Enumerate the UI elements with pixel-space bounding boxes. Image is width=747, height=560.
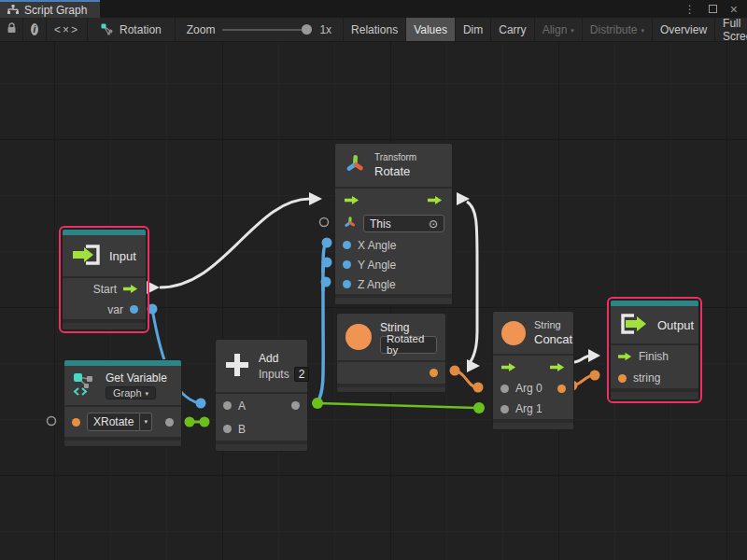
flow-out-port[interactable]	[428, 195, 443, 205]
zoom-slider[interactable]	[222, 29, 312, 31]
port-row-var: var	[63, 300, 146, 319]
node-header: Transform Rotate	[335, 144, 452, 187]
node-title: Input	[109, 249, 136, 263]
node-header: String Concat	[493, 312, 573, 354]
flow-in-port[interactable]	[345, 195, 359, 205]
zoom-control: Zoom 1x	[176, 18, 344, 41]
input-bracket-icon	[71, 244, 101, 269]
variable-name-field[interactable]: XRotate	[87, 413, 140, 431]
node-add[interactable]: Add Inputs 2 A B	[215, 339, 308, 452]
window-controls: ⋮ ×	[684, 0, 747, 18]
node-group: String	[534, 319, 572, 330]
dim-button[interactable]: Dim	[456, 18, 491, 41]
value-in-port[interactable]	[343, 280, 351, 288]
chevron-down-icon: ▾	[146, 390, 149, 398]
variable-scope-dropdown[interactable]: Graph ▾	[106, 386, 156, 399]
value-in-port[interactable]	[343, 241, 351, 249]
flow-out-port[interactable]	[550, 362, 565, 372]
port-row-this: This ⊙	[335, 212, 452, 235]
port-row-b: B	[216, 417, 307, 441]
script-graph-window: Script Graph ⋮ × i <×> Rotation Zoom	[0, 0, 747, 560]
full-screen-button[interactable]: Full Screen	[715, 18, 747, 41]
string-type-icon	[345, 324, 372, 350]
port-row-arg1: Arg 1	[493, 399, 573, 419]
zoom-label: Zoom	[187, 23, 216, 36]
value-in-port[interactable]	[343, 260, 351, 269]
flow-row	[335, 189, 452, 212]
lock-button[interactable]	[0, 18, 23, 41]
node-header: Input	[63, 235, 146, 276]
code-icon: <×>	[54, 23, 79, 36]
port-row-z-angle: Z Angle	[335, 274, 452, 294]
port-row-x-angle: X Angle	[335, 235, 452, 255]
flow-in-port[interactable]	[501, 362, 516, 372]
value-in-port[interactable]	[72, 418, 80, 427]
port-row-arg0: Arg 0	[493, 378, 573, 399]
info-icon: i	[31, 23, 38, 35]
values-button[interactable]: Values	[406, 18, 456, 41]
value-out-port[interactable]	[557, 385, 566, 393]
maximize-button[interactable]	[709, 5, 717, 13]
this-object-field[interactable]: This ⊙	[363, 215, 444, 232]
transform-icon	[344, 153, 366, 178]
port-row-y-angle: Y Angle	[335, 255, 452, 274]
value-out-port[interactable]	[165, 418, 174, 427]
node-title: Output	[657, 318, 694, 332]
node-group: Transform	[374, 152, 416, 162]
node-concat[interactable]: String Concat Arg 0 Arg 1	[492, 311, 574, 430]
value-in-port[interactable]	[223, 401, 232, 410]
output-bracket-icon	[619, 313, 649, 338]
string-type-icon	[501, 321, 526, 345]
overview-button[interactable]: Overview	[653, 18, 715, 41]
node-rotate[interactable]: Transform Rotate This ⊙ X Angle	[334, 143, 453, 305]
transform-mini-icon	[343, 216, 357, 232]
value-in-port[interactable]	[500, 405, 509, 413]
object-picker-icon[interactable]: ⊙	[429, 217, 438, 231]
node-output[interactable]: Output Finish string	[610, 300, 699, 400]
value-out-port[interactable]	[291, 401, 300, 410]
graph-hierarchy-icon	[7, 5, 19, 15]
node-header: String Rotated by	[337, 314, 445, 360]
close-button[interactable]: ×	[730, 2, 738, 17]
node-header: Add Inputs 2	[216, 340, 307, 392]
inputs-count-field[interactable]: 2	[294, 367, 310, 382]
flow-out-port[interactable]	[123, 284, 138, 294]
node-footer	[64, 439, 181, 446]
carry-button[interactable]: Carry	[491, 18, 534, 41]
inspect-button[interactable]: i	[23, 18, 47, 41]
value-in-port[interactable]	[500, 385, 509, 393]
align-dropdown[interactable]: Align ▾	[535, 18, 583, 41]
value-out-port[interactable]	[430, 369, 438, 377]
port-row-start: Start	[63, 278, 146, 300]
variable-name-caret[interactable]: ▾	[140, 413, 152, 431]
value-out-port[interactable]	[130, 305, 138, 314]
node-title: Get Variable	[106, 371, 167, 385]
more-menu-button[interactable]: ⋮	[684, 3, 696, 16]
node-get-variable[interactable]: Get Variable Graph ▾ XRotate ▾	[63, 359, 182, 447]
node-input[interactable]: Input Start var	[62, 229, 147, 330]
chevron-down-icon: ▾	[571, 27, 574, 35]
node-title: Add	[259, 352, 309, 365]
port-row-string: string	[611, 368, 698, 388]
node-footer	[493, 421, 573, 429]
inputs-label: Inputs	[259, 368, 289, 381]
zoom-slider-handle[interactable]	[302, 24, 312, 35]
string-value-field[interactable]: Rotated by	[380, 336, 437, 354]
chevron-down-icon: ▾	[641, 27, 645, 35]
graph-toolbar: i <×> Rotation Zoom 1x Relations Values …	[0, 18, 747, 42]
node-header: Get Variable Graph ▾	[64, 366, 181, 405]
flow-in-port[interactable]	[618, 352, 632, 361]
code-view-toggle[interactable]: <×>	[47, 18, 88, 41]
port-row-a: A	[216, 394, 307, 417]
node-title: Rotate	[374, 164, 416, 178]
port-row-variable-name: XRotate ▾	[64, 407, 181, 437]
node-string-literal[interactable]: String Rotated by	[336, 313, 446, 393]
graph-breadcrumb[interactable]: Rotation	[88, 18, 176, 41]
distribute-dropdown[interactable]: Distribute ▾	[583, 18, 653, 41]
tab-script-graph[interactable]: Script Graph	[0, 0, 100, 18]
value-in-port[interactable]	[223, 425, 232, 433]
value-in-port[interactable]	[618, 374, 627, 383]
relations-button[interactable]: Relations	[344, 18, 406, 41]
zoom-value: 1x	[319, 23, 331, 36]
node-footer	[216, 442, 307, 451]
